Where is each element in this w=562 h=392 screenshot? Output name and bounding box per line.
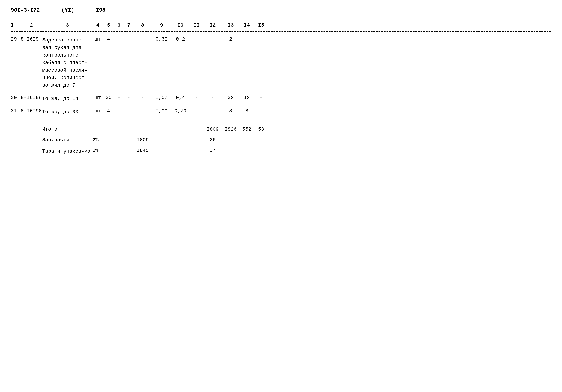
zap-row: Зап.части 2% I809 36 <box>11 135 551 145</box>
row-num: 3I <box>11 108 21 114</box>
row-description: То же, до 30 <box>42 108 93 116</box>
row-col15: - <box>254 108 268 114</box>
col-header-12: I2 <box>204 23 222 28</box>
zap-percent: 2% <box>93 137 103 143</box>
row-col4: шт <box>93 108 103 114</box>
summary-section: Итого I809 I826 552 53 Зап.части 2% I809 <box>11 124 551 158</box>
row-col11: - <box>189 95 204 101</box>
row-col9: I,99 <box>152 108 171 114</box>
row-col12: - <box>204 95 222 101</box>
row-description: То же, до I4 <box>42 95 93 103</box>
page-number: I98 <box>96 7 105 13</box>
row-col10: 0,2 <box>171 36 189 42</box>
main-table: I 2 3 4 5 6 7 8 9 IO II I2 I3 I4 I5 29 8… <box>11 19 551 158</box>
zap-label: Зап.части <box>42 137 93 143</box>
col-header-9: 9 <box>152 23 171 28</box>
row-col13: 2 <box>222 36 240 42</box>
table-row: 29 8-I6I9 Заделка конце-вая сухая для ко… <box>11 33 551 92</box>
row-col15: - <box>254 36 268 42</box>
row-col14: - <box>240 36 254 42</box>
row-col12: - <box>204 36 222 42</box>
itogo-col13: I826 <box>222 127 240 132</box>
col-header-5: 5 <box>103 23 114 28</box>
zap-col8: I809 <box>134 137 152 143</box>
table-row: 3I 8-I6I96 То же, до 30 шт 4 - - - I,99 … <box>11 105 551 119</box>
row-col7: - <box>124 95 134 101</box>
row-col6: - <box>114 95 124 101</box>
row-col8: - <box>134 36 152 42</box>
row-col14: 3 <box>240 108 254 114</box>
top-dashed-line <box>11 19 551 19</box>
col-header-7: 7 <box>124 23 134 28</box>
row-col11: - <box>189 36 204 42</box>
zap-col12: 36 <box>204 137 222 143</box>
row-col9: I,07 <box>152 95 171 101</box>
itogo-col14: 552 <box>240 127 254 132</box>
row-col10: 0,79 <box>171 108 189 114</box>
row-col13: 32 <box>222 95 240 101</box>
row-col7: - <box>124 36 134 42</box>
itogo-col12: I809 <box>204 127 222 132</box>
tara-percent: 2% <box>93 148 103 153</box>
row-code: 8-I6I9Л <box>21 95 42 101</box>
row-description: Заделка конце-вая сухая для контрольного… <box>42 36 93 89</box>
col-header-15: I5 <box>254 23 268 28</box>
tara-col8: I845 <box>134 148 152 153</box>
row-col5: 4 <box>103 36 114 42</box>
row-col9: 0,6I <box>152 36 171 42</box>
col-header-14: I4 <box>240 23 254 28</box>
row-col5: 4 <box>103 108 114 114</box>
row-col14: I2 <box>240 95 254 101</box>
row-code: 8-I6I9 <box>21 36 42 42</box>
row-col4: шт <box>93 36 103 42</box>
row-col5: 30 <box>103 95 114 101</box>
page-header: 90I-3-I72 (YI) I98 <box>11 7 551 13</box>
row-col15: - <box>254 95 268 101</box>
row-col11: - <box>189 108 204 114</box>
col-header-2: 2 <box>21 23 42 28</box>
table-row: 30 8-I6I9Л То же, до I4 шт 30 - - - I,07… <box>11 92 551 105</box>
col-header-1: I <box>11 23 21 28</box>
col-header-8: 8 <box>134 23 152 28</box>
itogo-row: Итого I809 I826 552 53 <box>11 124 551 135</box>
row-col4: шт <box>93 95 103 101</box>
row-num: 29 <box>11 36 21 42</box>
row-col7: - <box>124 108 134 114</box>
doc-number: 90I-3-I72 <box>11 7 40 13</box>
tara-col12: 37 <box>204 148 222 153</box>
column-headers: I 2 3 4 5 6 7 8 9 IO II I2 I3 I4 I5 <box>11 20 551 30</box>
col-header-13: I3 <box>222 23 240 28</box>
itogo-label: Итого <box>42 127 93 132</box>
section: (YI) <box>61 7 74 13</box>
row-col6: - <box>114 36 124 42</box>
itogo-col15: 53 <box>254 127 268 132</box>
row-col6: - <box>114 108 124 114</box>
col-header-3: 3 <box>42 23 93 28</box>
row-code: 8-I6I96 <box>21 108 42 114</box>
row-num: 30 <box>11 95 21 101</box>
tara-label: Тара и упаков-ка <box>42 148 93 155</box>
col-header-10: IO <box>171 23 189 28</box>
tara-row: Тара и упаков-ка 2% I845 37 <box>11 145 551 158</box>
col-header-6: 6 <box>114 23 124 28</box>
row-col8: - <box>134 108 152 114</box>
header-bottom-dashed-line <box>11 31 551 32</box>
row-col10: 0,4 <box>171 95 189 101</box>
col-header-4: 4 <box>93 23 103 28</box>
row-col12: - <box>204 108 222 114</box>
row-col8: - <box>134 95 152 101</box>
row-col13: 8 <box>222 108 240 114</box>
col-header-11: II <box>189 23 204 28</box>
